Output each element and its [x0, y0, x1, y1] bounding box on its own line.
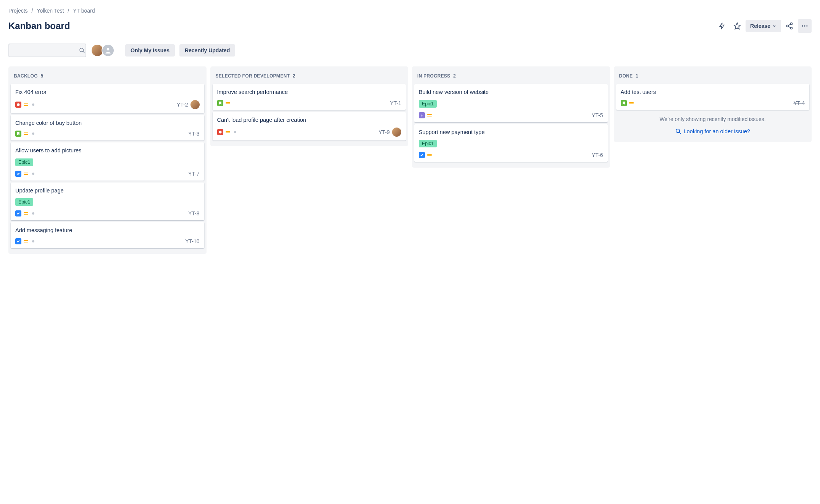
priority-medium-icon [226, 100, 232, 106]
card-key: YT-6 [592, 152, 603, 158]
svg-line-15 [679, 132, 681, 134]
column-header: Backlog 5 [11, 69, 204, 84]
card-key: YT-7 [188, 171, 200, 177]
filter-recently-updated[interactable]: Recently Updated [179, 44, 235, 57]
card-title: Improve search performance [217, 89, 402, 96]
column-name: Done [619, 73, 633, 79]
column-count: 2 [293, 73, 295, 79]
search-icon [675, 128, 681, 134]
epic-icon [419, 112, 425, 118]
card[interactable]: Change color of buy button YT-3 [11, 115, 204, 141]
card[interactable]: Improve search performance YT-1 [213, 84, 406, 110]
svg-line-4 [788, 24, 791, 25]
card-title: Change color of buy button [15, 120, 200, 127]
card-key: YT-2 [177, 102, 188, 108]
task-icon [15, 238, 21, 244]
story-icon [217, 100, 223, 106]
card[interactable]: Add messaging feature YT-10 [11, 222, 204, 248]
flag-dot-icon [32, 240, 34, 242]
svg-point-13 [219, 131, 221, 134]
breadcrumb-project-name[interactable]: Yolken Test [37, 8, 64, 14]
member-avatars [91, 44, 115, 57]
card-title: Allow users to add pictures [15, 147, 200, 155]
card[interactable]: Add test users YT-4 [616, 84, 810, 110]
filter-only-my-issues[interactable]: Only My Issues [125, 44, 175, 57]
older-issue-label: Looking for an older issue? [684, 128, 750, 134]
column-count: 2 [453, 73, 456, 79]
assignee-avatar[interactable] [190, 100, 200, 109]
column-header: Done 1 [616, 69, 810, 84]
share-button[interactable] [783, 19, 796, 33]
automation-button[interactable] [715, 19, 729, 33]
column-done: Done 1 Add test users YT-4 We're only sh… [614, 66, 812, 142]
epic-badge[interactable]: Epic1 [419, 140, 437, 147]
priority-medium-icon [24, 238, 30, 244]
card[interactable]: Support new payment type Epic1 YT-6 [414, 124, 608, 162]
assignee-avatar[interactable] [392, 128, 401, 137]
svg-point-8 [806, 25, 807, 26]
epic-badge[interactable]: Epic1 [15, 198, 33, 206]
search-input[interactable] [12, 47, 79, 53]
priority-medium-icon [427, 112, 433, 118]
svg-marker-0 [734, 23, 741, 29]
card-title: Fix 404 error [15, 89, 200, 96]
flag-dot-icon [32, 212, 34, 215]
more-icon [801, 22, 809, 30]
column-count: 1 [636, 73, 638, 79]
column-count: 5 [40, 73, 43, 79]
avatar-unassigned[interactable] [102, 44, 115, 57]
task-icon [419, 152, 425, 158]
card-key: YT-4 [793, 100, 805, 106]
story-icon [621, 100, 627, 106]
header-actions: Release [715, 19, 812, 33]
card[interactable]: Can't load profile page after creation Y… [213, 112, 406, 141]
release-button[interactable]: Release [746, 20, 781, 32]
card[interactable]: Update profile page Epic1 YT-8 [11, 183, 204, 221]
column-name: Selected for Development [216, 73, 290, 79]
card-key: YT-8 [188, 210, 200, 216]
star-icon [733, 22, 741, 30]
card-key: YT-10 [185, 238, 199, 244]
task-icon [15, 210, 21, 216]
chevron-down-icon [772, 24, 776, 28]
page-title: Kanban board [8, 21, 70, 31]
bug-icon [217, 129, 223, 135]
svg-point-12 [17, 103, 20, 106]
svg-point-14 [676, 129, 680, 132]
breadcrumb-separator: / [32, 8, 33, 14]
card[interactable]: Allow users to add pictures Epic1 YT-7 [11, 142, 204, 181]
card-key: YT-5 [592, 112, 603, 118]
more-button[interactable] [798, 19, 812, 33]
svg-line-10 [83, 51, 84, 53]
svg-point-7 [804, 25, 805, 26]
breadcrumb: Projects / Yolken Test / YT board [8, 8, 812, 14]
flag-dot-icon [32, 103, 34, 106]
priority-medium-icon [226, 129, 232, 135]
breadcrumb-board-name[interactable]: YT board [73, 8, 95, 14]
epic-badge[interactable]: Epic1 [419, 100, 437, 108]
card[interactable]: Fix 404 error YT-2 [11, 84, 204, 113]
card-key: YT-9 [378, 129, 390, 135]
epic-badge[interactable]: Epic1 [15, 158, 33, 166]
bolt-icon [718, 22, 726, 30]
column-header: Selected for Development 2 [213, 69, 406, 84]
svg-point-11 [107, 48, 110, 50]
star-button[interactable] [730, 19, 744, 33]
priority-medium-icon [24, 210, 30, 216]
search-icon [79, 47, 85, 53]
breadcrumb-projects[interactable]: Projects [8, 8, 28, 14]
priority-medium-icon [629, 100, 635, 106]
card-title: Update profile page [15, 187, 200, 195]
bug-icon [15, 102, 21, 108]
column-selected-for-development: Selected for Development 2 Improve searc… [210, 66, 408, 146]
column-backlog: Backlog 5 Fix 404 error YT-2 Change colo… [8, 66, 207, 254]
release-label: Release [750, 23, 770, 29]
story-icon [15, 131, 21, 137]
card-title: Add test users [621, 89, 805, 96]
task-icon [15, 171, 21, 177]
older-issue-link[interactable]: Looking for an older issue? [616, 124, 810, 138]
svg-point-1 [791, 23, 793, 25]
search-box[interactable] [8, 44, 86, 57]
priority-medium-icon [24, 102, 30, 108]
card[interactable]: Build new version of website Epic1 YT-5 [414, 84, 608, 122]
